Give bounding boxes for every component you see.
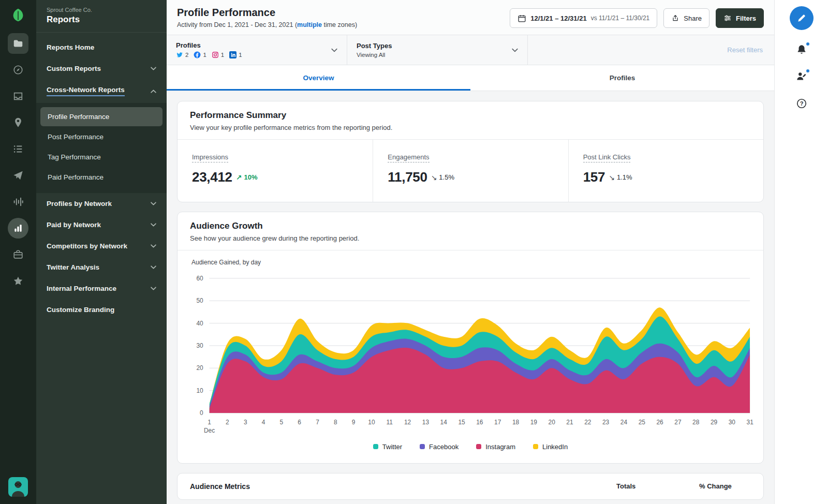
tab-profiles[interactable]: Profiles (470, 65, 774, 91)
multiple-timezones-link[interactable]: multiple (297, 21, 322, 28)
metric-delta: ↘1.1% (609, 173, 632, 182)
share-button[interactable]: Share (663, 8, 709, 28)
svg-text:30: 30 (729, 419, 736, 426)
sidebar-item-profile-performance[interactable]: Profile Performance (40, 107, 162, 126)
audience-metrics-card: Audience Metrics Totals % Change (177, 473, 764, 500)
performance-summary-card: Performance Summary View your key profil… (177, 101, 764, 202)
pin-icon[interactable] (8, 112, 28, 133)
svg-text:17: 17 (494, 419, 501, 426)
metric-label[interactable]: Impressions (192, 153, 228, 162)
sidebar-item-paid-performance[interactable]: Paid Performance (40, 168, 162, 187)
svg-text:24: 24 (620, 419, 628, 426)
list-icon[interactable] (8, 139, 28, 159)
metric-delta: ↗10% (236, 173, 258, 182)
metric-delta: ↘1.5% (431, 173, 454, 182)
audience-growth-chart-area: Audience Gained, by day 0102030405060123… (178, 250, 763, 463)
metric-value: 23,412 (192, 169, 232, 185)
legend-item-twitter[interactable]: Twitter (373, 443, 402, 451)
post-types-filter[interactable]: Post Types Viewing All (347, 35, 528, 65)
chevron-down-icon (512, 48, 518, 52)
count-value: 2 (185, 52, 188, 58)
sidebar-item-label: Profiles by Network (47, 200, 112, 207)
paper-plane-icon[interactable] (8, 165, 28, 186)
audience-growth-head: Audience Growth See how your audience gr… (178, 212, 763, 250)
linkedin-icon (229, 51, 236, 58)
compass-icon[interactable] (8, 60, 28, 80)
briefcase-icon[interactable] (8, 244, 28, 265)
sidebar-item-tag-performance[interactable]: Tag Performance (40, 147, 162, 167)
svg-text:11: 11 (387, 419, 393, 426)
column-header-totals: Totals (616, 482, 699, 490)
tab-overview[interactable]: Overview (167, 65, 470, 91)
user-avatar[interactable] (8, 477, 28, 497)
facebook-count: 1 (194, 51, 206, 58)
folder-icon[interactable] (8, 33, 28, 54)
count-value: 1 (239, 52, 242, 58)
sidebar-item-competitors-by-network[interactable]: Competitors by Network (36, 235, 167, 257)
metric-value-row: 23,412 ↗10% (192, 169, 358, 185)
instagram-count: 1 (212, 51, 224, 58)
notifications-bell-icon[interactable] (794, 42, 809, 57)
compose-button[interactable] (790, 6, 814, 30)
audience-metrics-header-row: Audience Metrics Totals % Change (178, 473, 763, 499)
filters-icon (723, 14, 732, 22)
sprout-logo[interactable] (9, 6, 27, 24)
reset-filters-link[interactable]: Reset filters (727, 46, 763, 54)
star-icon[interactable] (8, 271, 28, 291)
sidebar-item-custom-reports[interactable]: Custom Reports (36, 58, 167, 79)
legend-item-facebook[interactable]: Facebook (420, 443, 459, 451)
legend-item-instagram[interactable]: Instagram (476, 443, 515, 451)
trend-down-icon: ↘ (609, 173, 615, 182)
facebook-icon (194, 51, 201, 58)
svg-text:6: 6 (298, 419, 301, 426)
main-content: Profile Performance Activity from Dec 1,… (167, 0, 774, 504)
sidebar-item-profiles-by-network[interactable]: Profiles by Network (36, 193, 167, 214)
trend-up-icon: ↗ (236, 173, 242, 182)
svg-text:28: 28 (692, 419, 700, 426)
column-header-change: % Change (699, 482, 751, 490)
sidebar-item-post-performance[interactable]: Post Performance (40, 127, 162, 146)
help-icon[interactable]: ? (794, 96, 809, 111)
audience-growth-chart[interactable]: 0102030405060123456789101112131415161718… (178, 271, 763, 435)
metric-value-row: 157 ↘1.1% (583, 169, 749, 185)
sidebar-item-cross-network-reports[interactable]: Cross-Network Reports (36, 79, 167, 103)
sidebar-item-label: Paid by Network (47, 221, 101, 229)
listening-bars-icon[interactable] (8, 191, 28, 212)
pencil-icon (796, 13, 807, 23)
page-subtitle: Activity from Dec 1, 2021 - Dec 31, 2021… (177, 21, 357, 28)
filters-button[interactable]: Filters (716, 8, 764, 28)
instagram-icon (212, 51, 219, 58)
svg-text:22: 22 (584, 419, 592, 426)
metrics-grid: Impressions 23,412 ↗10% Engagements 11,7… (178, 139, 763, 202)
sidebar-item-reports-home[interactable]: Reports Home (36, 37, 167, 58)
svg-text:0: 0 (200, 409, 203, 417)
svg-text:?: ? (800, 100, 803, 107)
inbox-icon[interactable] (8, 86, 28, 107)
sidebar-item-customize-branding[interactable]: Customize Branding (36, 299, 167, 320)
date-range-button[interactable]: 12/1/21 – 12/31/21 vs 11/1/21 – 11/30/21 (510, 8, 657, 28)
profiles-filter[interactable]: Profiles 2 1 1 (167, 35, 347, 65)
svg-text:10: 10 (196, 387, 203, 394)
svg-text:25: 25 (639, 419, 646, 426)
metric-engagements: Engagements 11,750 ↘1.5% (373, 140, 568, 202)
post-types-filter-label: Post Types (357, 42, 392, 50)
app-icon-rail (0, 0, 36, 504)
sidebar-item-paid-by-network[interactable]: Paid by Network (36, 214, 167, 235)
svg-text:50: 50 (196, 297, 203, 304)
feedback-icon[interactable] (794, 69, 809, 84)
twitter-count: 2 (176, 51, 188, 58)
metric-change: 1.5% (439, 173, 454, 181)
subtitle-text: time zones) (322, 21, 357, 28)
metric-label[interactable]: Engagements (388, 153, 429, 162)
chart-legend: Twitter Facebook Instagram LinkedIn (178, 435, 763, 463)
filter-bar-spacer: Reset filters (528, 35, 774, 65)
sidebar-item-label: Cross-Network Reports (47, 86, 125, 96)
reports-bar-chart-icon[interactable] (8, 218, 28, 239)
svg-text:15: 15 (458, 419, 465, 426)
sidebar-item-twitter-analysis[interactable]: Twitter Analysis (36, 257, 167, 278)
sidebar-item-internal-performance[interactable]: Internal Performance (36, 278, 167, 299)
metric-label[interactable]: Post Link Clicks (583, 153, 631, 162)
legend-item-linkedin[interactable]: LinkedIn (533, 443, 568, 451)
svg-text:29: 29 (711, 419, 718, 426)
subtitle-text: Activity from Dec 1, 2021 - Dec 31, 2021… (177, 21, 297, 28)
